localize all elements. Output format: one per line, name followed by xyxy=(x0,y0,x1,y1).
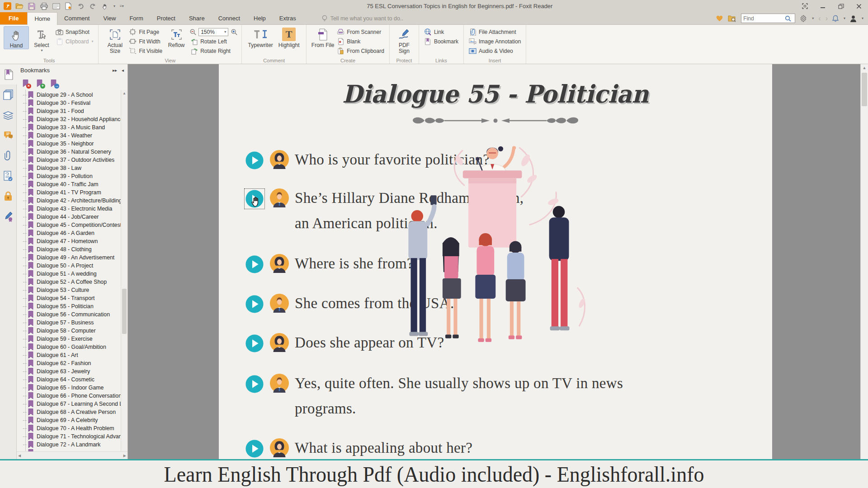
bookmark-button[interactable]: Bookmark xyxy=(423,37,460,46)
settings-caret[interactable]: ▾ xyxy=(812,16,814,20)
bookmark-item[interactable]: Dialogue 67 - Learning A Second La xyxy=(23,400,121,408)
document-scroll-thumb[interactable] xyxy=(862,73,867,106)
from-clipboard-button[interactable]: From Clipboard xyxy=(335,46,386,56)
bookmark-item[interactable]: Dialogue 39 - Pollution xyxy=(23,172,121,180)
audio-play-button[interactable] xyxy=(245,294,264,314)
bookmark-item[interactable]: Dialogue 35 - Neighbor xyxy=(23,140,121,148)
bookmark-item[interactable]: Dialogue 58 - Computer xyxy=(23,327,121,335)
email-icon[interactable] xyxy=(52,2,60,10)
nav-digital-sign-panel-button[interactable] xyxy=(0,206,17,227)
clipboard-button[interactable]: Clipboard ▾ xyxy=(54,37,94,46)
close-button[interactable] xyxy=(850,0,868,12)
notifications-caret[interactable]: ▾ xyxy=(844,16,845,20)
history-forward-chevron[interactable]: › xyxy=(826,15,828,22)
fit-page-button[interactable]: Fit Page xyxy=(127,27,164,37)
hand-tool-dropdown-caret[interactable]: ▾ xyxy=(113,4,115,8)
bookmark-item[interactable]: Dialogue 57 - Business xyxy=(23,319,121,327)
zoom-out-icon[interactable] xyxy=(189,28,197,36)
user-account-icon[interactable] xyxy=(850,15,857,22)
minimize-button[interactable] xyxy=(814,0,832,12)
bookmark-item[interactable]: Dialogue 70 - A Health Problem xyxy=(23,424,121,432)
audio-play-button[interactable] xyxy=(245,150,264,170)
bookmark-item[interactable]: Dialogue 40 - Traffic Jam xyxy=(23,180,121,188)
bookmark-item[interactable]: Dialogue 37 - Outdoor Activities xyxy=(23,156,121,164)
goto-bookmark-button[interactable]: → xyxy=(50,80,57,87)
delete-bookmark-button[interactable]: × xyxy=(22,80,29,87)
blank-button[interactable]: Blank xyxy=(335,37,386,46)
save-icon[interactable] xyxy=(28,2,36,10)
redo-icon[interactable] xyxy=(89,2,97,10)
customize-toolbar-caret[interactable]: ≡▾ xyxy=(120,4,124,8)
nav-pages-panel-button[interactable] xyxy=(0,84,17,105)
bookmark-item[interactable]: Dialogue 50 - A Project xyxy=(23,262,121,270)
tab-extras[interactable]: Extras xyxy=(273,12,303,24)
layout-grid-icon[interactable] xyxy=(796,0,814,12)
audio-play-button[interactable] xyxy=(245,439,264,459)
audio-play-button[interactable] xyxy=(245,333,264,353)
tab-protect[interactable]: Protect xyxy=(150,12,182,24)
bookmark-item[interactable]: Dialogue 45 - Competition/Contest xyxy=(23,221,121,229)
bookmark-item[interactable]: Dialogue 34 - Weather xyxy=(23,131,121,140)
history-back-chevron[interactable]: ‹ xyxy=(818,15,821,22)
notifications-bell-icon[interactable] xyxy=(832,15,839,22)
bookmark-item[interactable]: Dialogue 56 - Communication xyxy=(23,310,121,319)
audio-play-button[interactable] xyxy=(245,254,264,274)
snapshot-button[interactable]: SnapShot xyxy=(54,27,94,37)
file-attachment-button[interactable]: File Attachment xyxy=(467,27,522,37)
bookmarks-vertical-scrollbar[interactable]: ▲ xyxy=(121,90,127,451)
from-scanner-button[interactable]: From Scanner xyxy=(335,27,386,37)
bookmark-item[interactable]: Dialogue 36 - Natural Scenery xyxy=(23,148,121,156)
nav-security-panel-button[interactable] xyxy=(0,186,17,206)
bookmark-item[interactable]: Dialogue 47 - Hometown xyxy=(23,237,121,245)
foxit-logo-icon[interactable] xyxy=(3,2,11,10)
from-file-button[interactable]: From File xyxy=(310,26,335,48)
reflow-button[interactable]: Reflow xyxy=(164,26,189,48)
nav-layers-panel-button[interactable] xyxy=(0,105,17,125)
select-tool-button[interactable]: Select ▾ xyxy=(29,26,54,52)
bookmark-item[interactable]: Dialogue 32 - Household Appliance xyxy=(23,115,121,123)
tab-view[interactable]: View xyxy=(96,12,123,24)
bookmark-item[interactable]: Dialogue 54 - Transport xyxy=(23,294,121,302)
find-search-icon[interactable] xyxy=(785,15,791,22)
bookmark-item[interactable]: Dialogue 31 - Food xyxy=(23,107,121,115)
audio-play-button[interactable] xyxy=(245,374,264,394)
bookmark-item[interactable]: Dialogue 65 - Indoor Game xyxy=(23,384,121,392)
add-bookmark-button[interactable]: + xyxy=(36,80,43,87)
actual-size-button[interactable]: Actual Size xyxy=(102,26,127,54)
undo-icon[interactable] xyxy=(76,2,85,10)
bookmark-item[interactable]: Dialogue 69 - A Celebrity xyxy=(23,416,121,424)
settings-gear-icon[interactable] xyxy=(800,15,807,22)
favorites-heart-icon[interactable] xyxy=(716,15,723,22)
bookmark-item[interactable]: Dialogue 64 - Cosmetic xyxy=(23,375,121,384)
image-annotation-button[interactable]: Image Annotation xyxy=(467,37,522,46)
audio-play-button[interactable] xyxy=(245,189,264,209)
new-document-icon[interactable] xyxy=(64,2,72,10)
bookmark-item[interactable]: Dialogue 30 - Festival xyxy=(23,99,121,107)
bookmark-item[interactable]: Dialogue 46 - A Garden xyxy=(23,229,121,237)
bookmark-item[interactable]: Dialogue 29 - A School xyxy=(23,91,121,99)
fit-width-button[interactable]: Fit Width xyxy=(127,37,164,46)
bookmark-item[interactable]: Dialogue 71 - Technological Advanc xyxy=(23,432,121,441)
link-button[interactable]: Link xyxy=(423,27,460,37)
bookmark-item[interactable]: Dialogue 49 - An Advertisement xyxy=(23,253,121,262)
tab-share[interactable]: Share xyxy=(182,12,212,24)
tab-help[interactable]: Help xyxy=(247,12,273,24)
bookmark-item[interactable]: Dialogue 42 - Architecture/Building xyxy=(23,197,121,205)
nav-attachments-panel-button[interactable] xyxy=(0,145,17,166)
tab-file[interactable]: File xyxy=(0,12,27,24)
bookmark-item[interactable]: Dialogue 43 - Electronic Media xyxy=(23,205,121,213)
zoom-in-icon[interactable] xyxy=(230,28,238,36)
print-icon[interactable] xyxy=(40,2,48,10)
tab-home[interactable]: Home xyxy=(27,12,57,25)
tab-comment[interactable]: Comment xyxy=(57,12,96,24)
restore-button[interactable] xyxy=(832,0,850,12)
scroll-up-arrow[interactable]: ▲ xyxy=(121,90,127,97)
scroll-right-arrow[interactable]: ▶ xyxy=(123,454,126,458)
bookmark-item[interactable]: Dialogue 61 - Art xyxy=(23,351,121,359)
rotate-left-button[interactable]: Rotate Left xyxy=(189,37,238,46)
bookmarks-horizontal-scrollbar[interactable]: ◀ ▶ xyxy=(17,451,127,459)
tab-form[interactable]: Form xyxy=(123,12,150,24)
hand-tool-quick-icon[interactable] xyxy=(101,2,109,10)
highlight-button[interactable]: T Highlight xyxy=(275,26,302,48)
bookmark-item[interactable]: Dialogue 59 - Exercise xyxy=(23,335,121,343)
